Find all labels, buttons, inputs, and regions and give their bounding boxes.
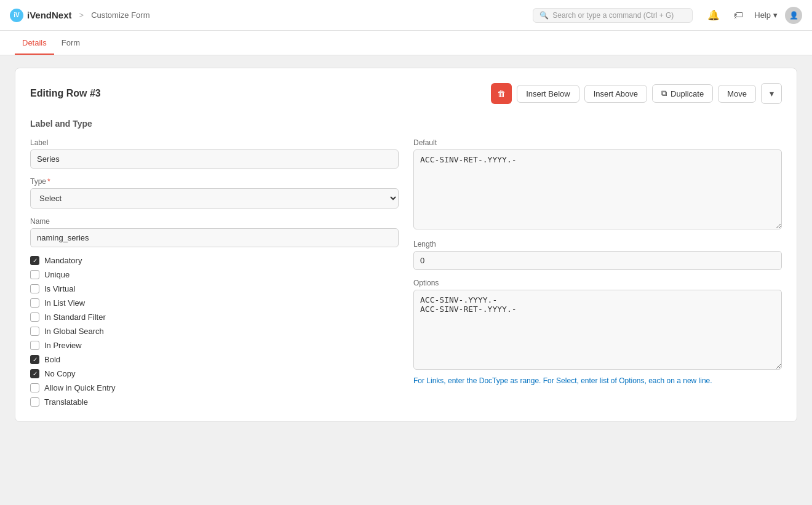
type-field-group: Type* Select Data Link Int Float	[30, 177, 399, 209]
main-content: Editing Row #3 🗑 Insert Below Insert Abo…	[0, 55, 812, 434]
delete-button[interactable]: 🗑	[491, 83, 512, 104]
left-column: Label Type* Select Data Link Int Float	[30, 138, 399, 407]
checkbox-row-3[interactable]: In List View	[30, 298, 399, 308]
name-field-label: Name	[30, 217, 399, 226]
app-logo[interactable]: iV iVendNext	[10, 9, 72, 22]
more-actions-button[interactable]: ▾	[761, 83, 782, 104]
notification-icon[interactable]: 🔔	[705, 7, 722, 24]
duplicate-button[interactable]: ⧉ Duplicate	[652, 84, 713, 103]
search-icon: 🔍	[539, 11, 549, 20]
checkbox-label-10: Translatable	[44, 397, 88, 407]
app-name: iVendNext	[27, 10, 72, 20]
checkbox-box-3	[30, 298, 39, 308]
chevron-down-icon: ▾	[770, 89, 774, 98]
checkbox-label-5: In Global Search	[44, 327, 104, 336]
checkbox-label-4: In Standard Filter	[44, 312, 106, 322]
move-button[interactable]: Move	[718, 85, 756, 103]
search-placeholder: Search or type a command (Ctrl + G)	[552, 11, 674, 20]
checkbox-box-6	[30, 341, 39, 350]
length-input[interactable]	[413, 251, 782, 270]
checkbox-row-2[interactable]: Is Virtual	[30, 284, 399, 293]
options-hint: For Links, enter the DocType as range. F…	[413, 375, 782, 386]
checkboxes-list: MandatoryUniqueIs VirtualIn List ViewIn …	[30, 256, 399, 407]
section-heading: Label and Type	[30, 119, 782, 129]
default-field-group: Default	[413, 138, 782, 231]
label-field-label: Label	[30, 138, 399, 147]
card-header: Editing Row #3 🗑 Insert Below Insert Abo…	[30, 83, 782, 104]
breadcrumb-label[interactable]: Customize Form	[91, 10, 149, 20]
name-field-group: Name	[30, 217, 399, 247]
options-field-label: Options	[413, 279, 782, 287]
required-indicator: *	[47, 177, 50, 186]
duplicate-label: Duplicate	[671, 89, 704, 98]
edit-card: Editing Row #3 🗑 Insert Below Insert Abo…	[15, 68, 797, 422]
checkbox-label-8: No Copy	[44, 369, 76, 378]
card-title: Editing Row #3	[30, 88, 101, 99]
options-textarea[interactable]	[413, 290, 782, 370]
breadcrumb-sep: >	[79, 10, 84, 20]
options-field-group: Options For Links, enter the DocType as …	[413, 279, 782, 386]
label-field-group: Label	[30, 138, 399, 169]
checkbox-row-10[interactable]: Translatable	[30, 397, 399, 407]
checkbox-row-5[interactable]: In Global Search	[30, 327, 399, 336]
type-select[interactable]: Select Data Link Int Float	[30, 188, 399, 209]
checkbox-row-4[interactable]: In Standard Filter	[30, 312, 399, 322]
checkbox-box-7	[30, 355, 39, 364]
checkbox-row-9[interactable]: Allow in Quick Entry	[30, 383, 399, 392]
help-chevron-icon: ▾	[773, 10, 778, 20]
checkbox-label-0: Mandatory	[44, 256, 82, 265]
label-input[interactable]	[30, 149, 399, 169]
right-column: Default Length Options For Links, enter …	[413, 138, 782, 407]
card-actions: 🗑 Insert Below Insert Above ⧉ Duplicate …	[491, 83, 782, 104]
checkbox-label-9: Allow in Quick Entry	[44, 383, 116, 392]
checkbox-box-0	[30, 256, 39, 265]
checkbox-row-0[interactable]: Mandatory	[30, 256, 399, 265]
form-columns: Label Type* Select Data Link Int Float	[30, 138, 782, 407]
checkbox-box-9	[30, 383, 39, 392]
name-input[interactable]	[30, 228, 399, 247]
checkbox-box-8	[30, 369, 39, 378]
default-textarea[interactable]	[413, 149, 782, 229]
topnav: iV iVendNext > Customize Form 🔍 Search o…	[0, 0, 812, 31]
checkbox-label-6: In Preview	[44, 341, 82, 350]
length-field-label: Length	[413, 240, 782, 249]
tab-form[interactable]: Form	[54, 33, 87, 55]
help-menu[interactable]: Help ▾	[754, 10, 778, 20]
global-search[interactable]: 🔍 Search or type a command (Ctrl + G)	[533, 8, 693, 23]
checkbox-row-1[interactable]: Unique	[30, 270, 399, 279]
checkbox-box-2	[30, 284, 39, 293]
tabs-row: Details Form	[0, 31, 812, 55]
type-field-label: Type*	[30, 177, 399, 186]
checkbox-box-10	[30, 397, 39, 407]
checkbox-row-6[interactable]: In Preview	[30, 341, 399, 350]
default-field-label: Default	[413, 138, 782, 147]
topnav-icons: 🔔 🏷 Help ▾ 👤	[705, 7, 802, 24]
checkbox-box-1	[30, 270, 39, 279]
length-field-group: Length	[413, 240, 782, 270]
help-label: Help	[754, 10, 771, 20]
user-avatar[interactable]: 👤	[785, 7, 802, 24]
checkbox-box-4	[30, 312, 39, 322]
delete-icon: 🗑	[497, 89, 506, 98]
insert-above-button[interactable]: Insert Above	[584, 85, 647, 103]
logo-icon: iV	[10, 9, 23, 22]
checkbox-label-1: Unique	[44, 270, 70, 279]
checkbox-label-7: Bold	[44, 355, 60, 364]
checkbox-row-8[interactable]: No Copy	[30, 369, 399, 378]
checkbox-label-3: In List View	[44, 298, 85, 308]
duplicate-icon: ⧉	[661, 89, 667, 98]
tag-icon[interactable]: 🏷	[730, 7, 747, 24]
checkbox-row-7[interactable]: Bold	[30, 355, 399, 364]
checkbox-box-5	[30, 327, 39, 336]
move-label: Move	[727, 89, 747, 98]
insert-above-label: Insert Above	[594, 89, 638, 98]
checkbox-label-2: Is Virtual	[44, 284, 75, 293]
insert-below-button[interactable]: Insert Below	[517, 85, 579, 103]
insert-below-label: Insert Below	[526, 89, 570, 98]
tab-details[interactable]: Details	[15, 33, 54, 55]
